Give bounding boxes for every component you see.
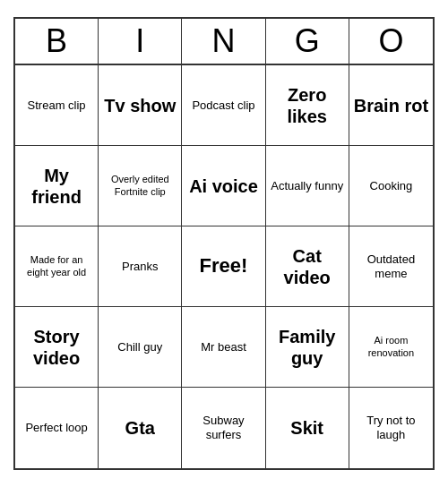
bingo-cell: Try not to laugh [349, 388, 433, 468]
bingo-cell: Free! [182, 226, 265, 307]
bingo-grid: Stream clipTv showPodcast clipZero likes… [15, 65, 433, 468]
bingo-cell: Tv show [99, 65, 182, 146]
bingo-cell: Brain rot [349, 65, 433, 146]
bingo-cell: Made for an eight year old [15, 226, 99, 307]
bingo-cell: Podcast clip [182, 65, 265, 146]
bingo-cell: Actually funny [266, 146, 349, 226]
bingo-cell: Pranks [99, 226, 182, 307]
bingo-cell: Subway surfers [182, 388, 265, 468]
bingo-cell: Zero likes [266, 65, 349, 146]
bingo-cell: Cooking [349, 146, 433, 226]
bingo-cell: Perfect loop [15, 388, 99, 468]
bingo-cell: Outdated meme [349, 226, 433, 307]
bingo-cell: Story video [15, 307, 99, 388]
bingo-card: BINGO Stream clipTv showPodcast clipZero… [13, 17, 435, 470]
header-letter: B [15, 19, 99, 64]
bingo-cell: Mr beast [182, 307, 265, 388]
bingo-cell: Ai room renovation [349, 307, 433, 388]
bingo-cell: Chill guy [99, 307, 182, 388]
bingo-cell: Ai voice [182, 146, 265, 226]
bingo-cell: Stream clip [15, 65, 99, 146]
header-letter: N [182, 19, 265, 64]
bingo-cell: Family guy [266, 307, 349, 388]
bingo-cell: My friend [15, 146, 99, 226]
header-letter: O [349, 19, 433, 64]
header-letter: G [266, 19, 349, 64]
bingo-cell: Cat video [266, 226, 349, 307]
bingo-cell: Skit [266, 388, 349, 468]
bingo-cell: Overly edited Fortnite clip [99, 146, 182, 226]
header-letter: I [99, 19, 182, 64]
bingo-header: BINGO [15, 19, 433, 65]
bingo-cell: Gta [99, 388, 182, 468]
